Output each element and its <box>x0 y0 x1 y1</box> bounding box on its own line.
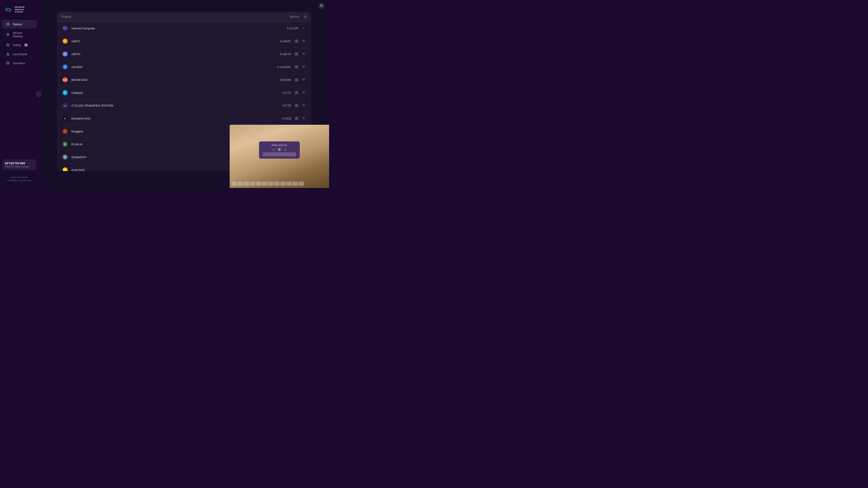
project-balance-cts: 0 CTS <box>269 104 291 107</box>
neuron-staking-icon <box>6 33 10 37</box>
row-qr-ckusdc[interactable] <box>294 64 299 70</box>
project-logo-catalyze: C <box>61 89 69 96</box>
project-row-catalyze[interactable]: C Catalyze 0 CTZ <box>57 86 311 99</box>
project-actions-decidai <box>294 116 307 121</box>
row-send-cts[interactable] <box>301 103 307 108</box>
project-logo-ckusdc: $ <box>61 63 69 70</box>
project-row-icp[interactable]: Internet Computer 0.11 ICP <box>57 22 311 35</box>
project-logo-cts: CTS <box>61 102 69 109</box>
project-actions-ckbtc <box>294 38 307 44</box>
svg-rect-38 <box>295 93 296 94</box>
svg-rect-32 <box>295 80 296 81</box>
project-name-ckbtc: ckBTC <box>71 39 269 43</box>
project-logo-elna: E <box>61 140 69 148</box>
project-logo-icp <box>61 25 69 32</box>
sidebar: NETWORK NERVOUS SYSTEM Tokens Neuron Sta… <box>0 0 39 188</box>
row-send-cketh[interactable] <box>301 51 307 57</box>
sidebar-collapse-button[interactable]: ‹ <box>36 91 41 97</box>
svg-text:G: G <box>64 169 66 171</box>
project-balance-cketh: 0 ckETH <box>269 53 291 56</box>
svg-rect-27 <box>297 67 298 68</box>
sidebar-item-voting[interactable]: Voting 2 <box>2 41 37 49</box>
project-row-ckusdc[interactable]: $ ckUSDC 0 ckUSDC <box>57 61 311 73</box>
svg-point-5 <box>7 44 8 45</box>
hw-enter-word-label: Enter word #1 <box>263 144 296 147</box>
logo-area: NETWORK NERVOUS SYSTEM <box>0 4 39 20</box>
project-logo-ckbtc: ₿ <box>61 37 69 45</box>
project-balance-ckbtc: 0 ckBTC <box>269 39 291 43</box>
nns-logo-icon <box>4 5 12 14</box>
svg-rect-30 <box>295 78 296 79</box>
svg-rect-39 <box>297 93 298 94</box>
svg-rect-44 <box>295 106 296 107</box>
row-qr-cts[interactable] <box>294 103 299 108</box>
project-balance-boomdao: 0 BOOM <box>269 78 291 82</box>
row-qr-ckbtc[interactable] <box>294 38 299 44</box>
hardware-wallet-ui: Enter word #1 o · p · q <box>259 141 300 159</box>
project-row-cts[interactable]: CTS CYCLES-TRANSFER-STATION 0 CTS <box>57 99 311 112</box>
balance-column-header: Balance <box>289 15 299 18</box>
user-avatar-button[interactable] <box>318 3 324 9</box>
svg-point-1 <box>9 9 10 10</box>
svg-rect-13 <box>297 40 298 41</box>
sidebar-item-launchpad[interactable]: Launchpad <box>2 50 37 58</box>
svg-point-0 <box>6 9 7 10</box>
project-name-ckusdc: ckUSDC <box>71 65 269 69</box>
project-actions-icp <box>301 26 307 31</box>
svg-rect-15 <box>297 41 298 42</box>
svg-rect-31 <box>297 78 298 79</box>
project-name-boomdao: BOOM DAO <box>71 78 269 82</box>
projects-table-header: Projects Balance ⊟ <box>57 12 311 22</box>
icp-locked-label: Total ICP Value Locked <box>5 165 34 168</box>
row-qr-boomdao[interactable] <box>294 77 299 83</box>
row-qr-catalyze[interactable] <box>294 90 299 95</box>
row-qr-cketh[interactable] <box>294 51 299 57</box>
filter-icon[interactable]: ⊟ <box>304 15 307 19</box>
row-send-catalyze[interactable] <box>301 90 307 95</box>
icp-locked-amount: $2'153'701'000 <box>5 162 34 165</box>
row-send-ckbtc[interactable] <box>301 38 307 44</box>
row-chevron-icp[interactable] <box>301 26 307 31</box>
logo-text: NETWORK NERVOUS SYSTEM <box>15 6 35 13</box>
project-actions-catalyze <box>294 90 307 95</box>
project-logo-golddao: G <box>61 166 69 171</box>
hw-selected-letter: p <box>278 148 281 151</box>
svg-text:$: $ <box>64 66 66 68</box>
svg-text:E: E <box>64 143 66 145</box>
svg-rect-49 <box>297 117 298 118</box>
project-actions-cts <box>294 103 307 108</box>
project-row-cketh[interactable]: Ξ ckETH 0 ckETH <box>57 48 311 61</box>
project-name-icp: Internet Computer <box>71 27 276 30</box>
svg-rect-45 <box>297 106 298 107</box>
project-row-decidai[interactable]: D DecideAI DAO 0 DCD <box>57 112 311 125</box>
project-balance-icp: 0.11 ICP <box>276 27 298 30</box>
row-qr-decidai[interactable] <box>294 116 299 121</box>
project-name-catalyze: Catalyze <box>71 91 269 94</box>
svg-text:C: C <box>64 92 66 94</box>
project-logo-cketh: Ξ <box>61 51 69 58</box>
row-send-boomdao[interactable] <box>301 77 307 83</box>
svg-rect-48 <box>295 117 296 118</box>
sidebar-item-neuron-staking[interactable]: Neuron Staking <box>2 29 37 40</box>
project-row-ckbtc[interactable]: ₿ ckBTC 0 ckBTC <box>57 35 311 48</box>
sidebar-item-canisters[interactable]: Canisters <box>2 59 37 67</box>
svg-text:CTS: CTS <box>64 105 66 106</box>
svg-point-7 <box>7 63 8 64</box>
voting-icon <box>6 43 10 47</box>
svg-rect-12 <box>295 40 296 41</box>
project-logo-decidai: D <box>61 115 69 122</box>
project-row-boomdao[interactable]: BOOM BOOM DAO 0 BOOM <box>57 73 311 86</box>
sidebar-item-tokens[interactable]: Tokens <box>2 20 37 29</box>
row-send-decidai[interactable] <box>301 116 307 121</box>
svg-rect-25 <box>297 66 298 67</box>
sidebar-item-label-neuron-staking: Neuron Staking <box>13 31 33 38</box>
svg-rect-50 <box>295 119 296 120</box>
sidebar-item-label-tokens: Tokens <box>13 23 22 26</box>
svg-point-6 <box>6 62 9 64</box>
project-actions-boomdao <box>294 77 307 83</box>
svg-rect-43 <box>297 104 298 105</box>
project-logo-estatedao: E <box>61 153 69 161</box>
row-send-ckusdc[interactable] <box>301 64 307 70</box>
nav-items: Tokens Neuron Staking Voting 2 Launchpad… <box>0 20 39 68</box>
project-balance-ckusdc: 0 ckUSDC <box>269 65 291 69</box>
